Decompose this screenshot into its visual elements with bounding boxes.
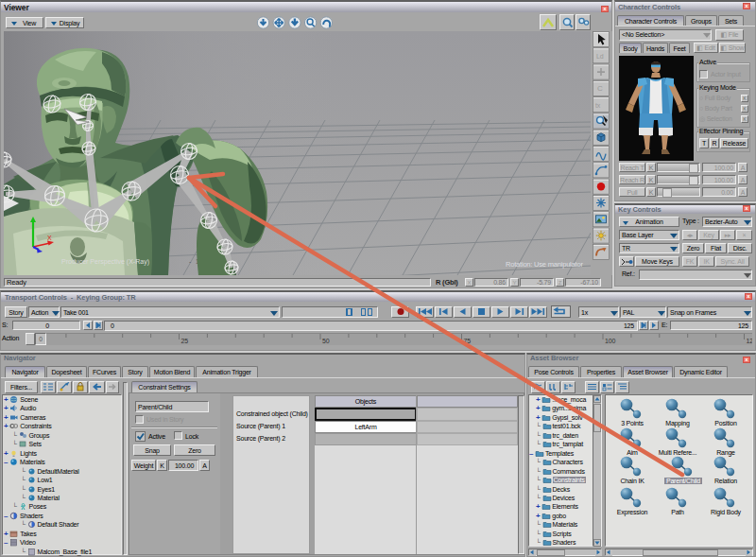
svg-text:Ld: Ld bbox=[596, 53, 604, 60]
svg-text:75: 75 bbox=[464, 338, 472, 344]
svg-text:100: 100 bbox=[605, 338, 615, 344]
svg-text:125: 125 bbox=[747, 338, 753, 344]
svg-text:25: 25 bbox=[181, 338, 189, 344]
svg-text:tx: tx bbox=[595, 102, 601, 109]
svg-text:50: 50 bbox=[322, 338, 330, 344]
svg-text:Rotation: Use manipulator: Rotation: Use manipulator bbox=[506, 260, 583, 269]
svg-text:X: X bbox=[47, 235, 52, 241]
svg-text:Producer Perspective (X-Ray): Producer Perspective (X-Ray) bbox=[61, 258, 149, 266]
svg-text:C: C bbox=[597, 84, 603, 93]
